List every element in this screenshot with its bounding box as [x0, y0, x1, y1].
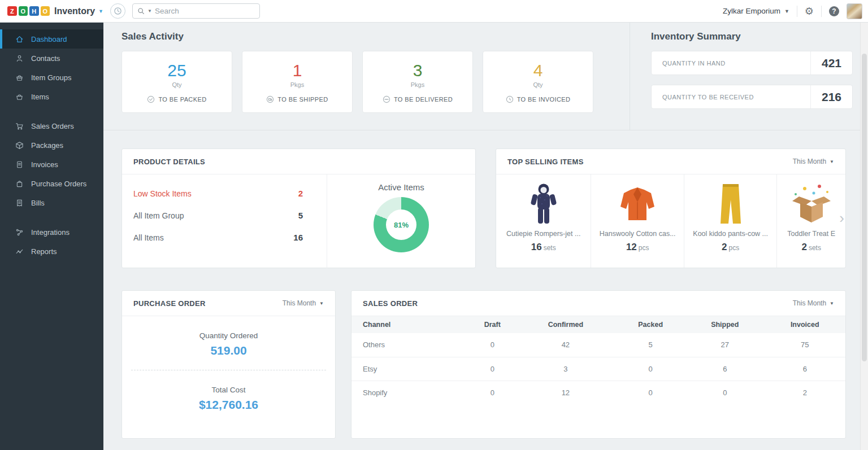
chevron-down-icon: ▼ — [830, 159, 834, 164]
top-strip: Sales Activity 25 Qty TO BE PACKED 1 Pkg… — [103, 23, 868, 130]
sales-activity-title: Sales Activity — [121, 31, 630, 42]
help-button[interactable]: ? — [829, 6, 839, 16]
total-cost-label: Total Cost — [122, 386, 335, 394]
quantity-in-hand-label: QUANTITY IN HAND — [662, 60, 810, 67]
check-circle-icon — [147, 95, 155, 103]
logo-letter-h: H — [29, 6, 39, 16]
settings-gear-button[interactable]: ⚙ — [805, 6, 814, 16]
dashboard-main: Sales Activity 25 Qty TO BE PACKED 1 Pkg… — [103, 23, 868, 450]
basket-group-icon — [15, 73, 24, 82]
person-icon — [15, 54, 24, 63]
carousel-next-chevron-icon[interactable]: › — [839, 211, 844, 225]
sidebar-item-label: Reports — [31, 247, 57, 256]
sidebar-item-label: Integrations — [31, 228, 70, 237]
quantity-in-hand-row: QUANTITY IN HAND 421 — [651, 51, 853, 75]
quantity-in-hand-value: 421 — [810, 51, 852, 75]
card-to-be-packed[interactable]: 25 Qty TO BE PACKED — [121, 51, 232, 113]
purchase-order-period-dropdown[interactable]: This Month ▼ — [283, 299, 324, 307]
purchase-order-title: PURCHASE ORDER — [133, 299, 206, 308]
inventory-summary-title: Inventory Summary — [651, 31, 853, 42]
divider — [821, 6, 822, 17]
shipped-cell: 0 — [685, 381, 764, 404]
logo-letter-z: Z — [7, 6, 17, 16]
sidebar-item-contacts[interactable]: Contacts — [0, 49, 103, 68]
card-label: TO BE SHIPPED — [277, 96, 328, 103]
card-value: 3 — [363, 62, 472, 80]
card-label: TO BE PACKED — [158, 96, 206, 103]
sidebar-item-item-groups[interactable]: Item Groups — [0, 68, 103, 87]
table-header-row: Channel Draft Confirmed Packed Shipped I… — [351, 316, 845, 333]
yellow-pants-image — [718, 182, 743, 226]
vertical-scrollbar[interactable] — [860, 23, 868, 450]
active-items-chart-area: Active Items 81% — [327, 174, 475, 268]
search-input[interactable] — [155, 7, 255, 15]
period-label: This Month — [283, 299, 316, 307]
quantity-ordered-value: 519.00 — [122, 344, 335, 357]
top-item-toddler-treat[interactable]: Toddler Treat E 2sets — [777, 174, 845, 268]
top-selling-period-dropdown[interactable]: This Month ▼ — [793, 158, 834, 165]
sidebar-item-items[interactable]: Items — [0, 87, 103, 106]
top-selling-items-title: TOP SELLING ITEMS — [507, 158, 584, 166]
clock-icon — [114, 7, 122, 15]
search-scope-chevron-icon[interactable]: ▼ — [147, 8, 152, 14]
sidebar-item-label: Dashboard — [31, 35, 67, 43]
card-unit: Qty — [122, 81, 232, 88]
chevron-down-icon: ▼ — [319, 301, 324, 306]
sidebar-item-sales-orders[interactable]: Sales Orders — [0, 116, 103, 136]
top-item-name: Cutiepie Rompers-jet ... — [506, 230, 580, 238]
all-item-group-row[interactable]: All Item Group 5 — [133, 211, 303, 220]
product-name: Inventory — [54, 6, 95, 16]
organization-switcher[interactable]: Zylkar Emporium ▼ — [723, 7, 789, 15]
integrations-nodes-icon — [15, 228, 24, 237]
zoho-inventory-logo[interactable]: Z O H O Inventory ▼ — [0, 6, 103, 16]
low-stock-items-value: 2 — [298, 189, 303, 198]
sidebar-item-invoices[interactable]: Invoices — [0, 155, 103, 174]
sidebar-item-reports[interactable]: Reports — [0, 242, 103, 261]
sidebar-item-bills[interactable]: Bills — [0, 193, 103, 212]
sidebar-nav: Dashboard Contacts Item Groups Items Sal… — [0, 23, 103, 450]
card-to-be-shipped[interactable]: 1 Pkgs TO BE SHIPPED — [242, 51, 353, 113]
card-value: 25 — [122, 62, 232, 80]
recent-history-button[interactable] — [110, 3, 125, 19]
all-items-row[interactable]: All Items 16 — [133, 233, 303, 242]
top-item-qty: 12 — [626, 242, 637, 252]
sales-order-table: Channel Draft Confirmed Packed Shipped I… — [351, 316, 845, 404]
sidebar-item-label: Sales Orders — [31, 122, 74, 130]
sales-order-period-dropdown[interactable]: This Month ▼ — [793, 299, 834, 307]
table-row-others: Others 0 42 5 27 75 — [351, 333, 845, 357]
scrollbar-thumb[interactable] — [862, 54, 867, 361]
gift-box-image — [788, 182, 835, 226]
low-stock-items-row[interactable]: Low Stock Items 2 — [133, 189, 303, 198]
quantity-ordered-block: Quantity Ordered 519.00 — [122, 316, 335, 370]
package-box-icon — [15, 141, 24, 150]
top-item-kool-kiddo-pants[interactable]: Kool kiddo pants-cow ... 2pcs — [684, 174, 777, 268]
total-cost-value: $12,760.16 — [122, 398, 335, 412]
packed-cell: 0 — [615, 381, 685, 404]
divider — [797, 6, 797, 17]
sidebar-item-label: Purchase Orders — [31, 180, 86, 188]
sidebar-item-integrations[interactable]: Integrations — [0, 222, 103, 242]
logo-letter-o1: O — [19, 6, 28, 16]
sidebar-item-dashboard[interactable]: Dashboard — [0, 29, 103, 49]
card-to-be-delivered[interactable]: 3 Pkgs TO BE DELIVERED — [362, 51, 473, 113]
top-item-unit: sets — [809, 244, 821, 252]
card-unit: Pkgs — [242, 81, 352, 88]
sidebar-item-packages[interactable]: Packages — [0, 136, 103, 155]
purchase-order-panel: PURCHASE ORDER This Month ▼ Quantity Ord… — [121, 290, 336, 439]
channel-cell: Shopify — [351, 381, 469, 404]
column-header-packed: Packed — [615, 316, 685, 333]
packed-cell: 0 — [615, 357, 685, 381]
low-stock-items-label: Low Stock Items — [133, 189, 192, 198]
card-label: TO BE INVOICED — [517, 96, 571, 103]
sidebar-item-purchase-orders[interactable]: Purchase Orders — [0, 174, 103, 193]
user-avatar[interactable] — [847, 3, 862, 19]
card-to-be-invoiced[interactable]: 4 Qty TO BE INVOICED — [483, 51, 593, 113]
sidebar-section-gap — [0, 106, 103, 116]
logo-letter-o2: O — [41, 6, 50, 16]
home-icon — [15, 35, 24, 43]
top-item-hanswooly-cotton[interactable]: Hanswooly Cotton cas... 12pcs — [591, 174, 684, 268]
sidebar-item-label: Packages — [31, 141, 63, 150]
shipped-cell: 6 — [685, 357, 764, 381]
top-item-qty: 2 — [801, 242, 806, 252]
top-item-cutiepie-rompers[interactable]: Cutiepie Rompers-jet ... 16sets — [496, 174, 591, 268]
